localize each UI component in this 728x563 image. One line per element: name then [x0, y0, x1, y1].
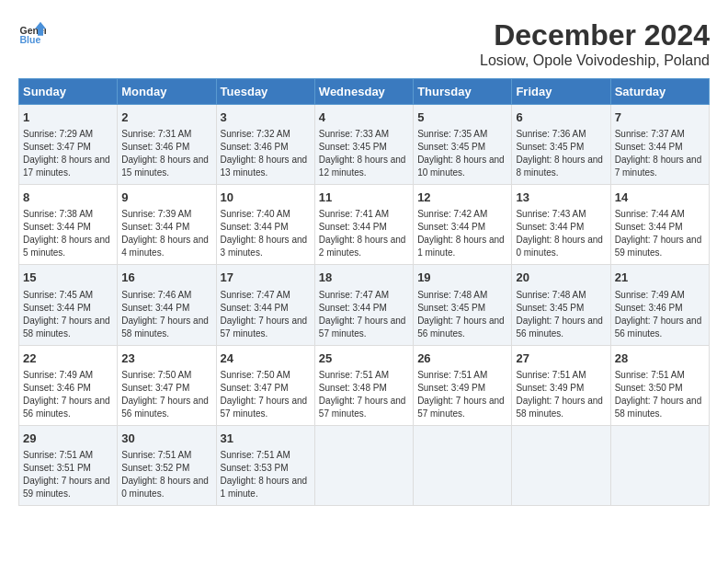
calendar-cell: 28Sunrise: 7:51 AMSunset: 3:50 PMDayligh…: [610, 345, 709, 425]
day-number: 31: [221, 431, 311, 447]
day-number: 15: [23, 270, 113, 286]
calendar-cell: 6Sunrise: 7:36 AMSunset: 3:45 PMDaylight…: [512, 105, 610, 185]
day-number: 5: [417, 109, 507, 126]
calendar-cell: 2Sunrise: 7:31 AMSunset: 3:46 PMDaylight…: [118, 105, 216, 185]
calendar-cell: 26Sunrise: 7:51 AMSunset: 3:49 PMDayligh…: [414, 345, 512, 425]
calendar-cell: 9Sunrise: 7:39 AMSunset: 3:44 PMDaylight…: [118, 185, 216, 265]
calendar-cell: 7Sunrise: 7:37 AMSunset: 3:44 PMDaylight…: [610, 105, 709, 185]
svg-text:Blue: Blue: [20, 34, 41, 45]
calendar-cell: 31Sunrise: 7:51 AMSunset: 3:53 PMDayligh…: [216, 425, 314, 505]
day-number: 4: [319, 109, 409, 126]
calendar-cell: 20Sunrise: 7:48 AMSunset: 3:45 PMDayligh…: [512, 265, 610, 345]
calendar-cell: 3Sunrise: 7:32 AMSunset: 3:46 PMDaylight…: [216, 105, 314, 185]
day-number: 8: [23, 190, 113, 206]
calendar-cell: 27Sunrise: 7:51 AMSunset: 3:49 PMDayligh…: [512, 345, 610, 425]
calendar-cell: 14Sunrise: 7:44 AMSunset: 3:44 PMDayligh…: [610, 185, 709, 265]
main-title: December 2024: [480, 18, 710, 52]
calendar-cell: 22Sunrise: 7:49 AMSunset: 3:46 PMDayligh…: [19, 345, 118, 425]
day-number: 23: [121, 350, 211, 367]
column-header-saturday: Saturday: [610, 79, 709, 105]
day-number: 30: [121, 431, 211, 447]
day-number: 14: [615, 190, 705, 206]
calendar-cell: 18Sunrise: 7:47 AMSunset: 3:44 PMDayligh…: [314, 265, 413, 345]
column-header-wednesday: Wednesday: [314, 79, 413, 105]
logo: General Blue: [18, 18, 46, 46]
calendar-cell: [414, 425, 512, 505]
calendar-cell: 17Sunrise: 7:47 AMSunset: 3:44 PMDayligh…: [216, 265, 314, 345]
day-number: 18: [319, 270, 409, 286]
day-number: 27: [516, 350, 606, 367]
calendar-cell: 15Sunrise: 7:45 AMSunset: 3:44 PMDayligh…: [19, 265, 118, 345]
calendar-cell: 13Sunrise: 7:43 AMSunset: 3:44 PMDayligh…: [512, 185, 610, 265]
day-number: 3: [221, 109, 311, 126]
calendar-cell: 23Sunrise: 7:50 AMSunset: 3:47 PMDayligh…: [118, 345, 216, 425]
day-number: 20: [516, 270, 606, 286]
calendar-cell: [314, 425, 413, 505]
day-number: 10: [221, 190, 311, 206]
calendar-cell: 11Sunrise: 7:41 AMSunset: 3:44 PMDayligh…: [314, 185, 413, 265]
calendar-cell: 16Sunrise: 7:46 AMSunset: 3:44 PMDayligh…: [118, 265, 216, 345]
column-header-thursday: Thursday: [414, 79, 512, 105]
calendar-cell: 10Sunrise: 7:40 AMSunset: 3:44 PMDayligh…: [216, 185, 314, 265]
day-number: 17: [221, 270, 311, 286]
calendar-table: SundayMondayTuesdayWednesdayThursdayFrid…: [18, 78, 710, 506]
day-number: 6: [516, 109, 606, 126]
title-area: December 2024 Losiow, Opole Voivodeship,…: [480, 18, 710, 69]
day-number: 1: [23, 109, 113, 126]
day-number: 16: [121, 270, 211, 286]
calendar-week-row: 1Sunrise: 7:29 AMSunset: 3:47 PMDaylight…: [19, 105, 710, 185]
day-number: 25: [319, 350, 409, 367]
calendar-week-row: 15Sunrise: 7:45 AMSunset: 3:44 PMDayligh…: [19, 265, 710, 345]
day-number: 22: [23, 350, 113, 367]
day-number: 24: [221, 350, 311, 367]
day-number: 7: [615, 109, 705, 126]
calendar-body: 1Sunrise: 7:29 AMSunset: 3:47 PMDaylight…: [19, 105, 710, 506]
day-number: 21: [615, 270, 705, 286]
calendar-week-row: 29Sunrise: 7:51 AMSunset: 3:51 PMDayligh…: [19, 425, 710, 505]
day-number: 19: [417, 270, 507, 286]
calendar-cell: 4Sunrise: 7:33 AMSunset: 3:45 PMDaylight…: [314, 105, 413, 185]
logo-icon: General Blue: [18, 18, 46, 46]
calendar-week-row: 8Sunrise: 7:38 AMSunset: 3:44 PMDaylight…: [19, 185, 710, 265]
day-number: 28: [615, 350, 705, 367]
calendar-cell: 24Sunrise: 7:50 AMSunset: 3:47 PMDayligh…: [216, 345, 314, 425]
calendar-cell: [512, 425, 610, 505]
day-number: 26: [417, 350, 507, 367]
calendar-cell: 29Sunrise: 7:51 AMSunset: 3:51 PMDayligh…: [19, 425, 118, 505]
column-header-monday: Monday: [118, 79, 216, 105]
day-number: 12: [417, 190, 507, 206]
calendar-cell: 5Sunrise: 7:35 AMSunset: 3:45 PMDaylight…: [414, 105, 512, 185]
calendar-cell: 1Sunrise: 7:29 AMSunset: 3:47 PMDaylight…: [19, 105, 118, 185]
column-header-tuesday: Tuesday: [216, 79, 314, 105]
calendar-cell: 30Sunrise: 7:51 AMSunset: 3:52 PMDayligh…: [118, 425, 216, 505]
header: General Blue December 2024 Losiow, Opole…: [18, 18, 710, 69]
day-number: 9: [121, 190, 211, 206]
calendar-cell: 8Sunrise: 7:38 AMSunset: 3:44 PMDaylight…: [19, 185, 118, 265]
calendar-cell: 19Sunrise: 7:48 AMSunset: 3:45 PMDayligh…: [414, 265, 512, 345]
subtitle: Losiow, Opole Voivodeship, Poland: [480, 52, 710, 69]
calendar-header-row: SundayMondayTuesdayWednesdayThursdayFrid…: [19, 79, 710, 105]
calendar-cell: [610, 425, 709, 505]
day-number: 29: [23, 431, 113, 447]
column-header-sunday: Sunday: [19, 79, 118, 105]
calendar-cell: 12Sunrise: 7:42 AMSunset: 3:44 PMDayligh…: [414, 185, 512, 265]
day-number: 2: [121, 109, 211, 126]
calendar-week-row: 22Sunrise: 7:49 AMSunset: 3:46 PMDayligh…: [19, 345, 710, 425]
day-number: 11: [319, 190, 409, 206]
day-number: 13: [516, 190, 606, 206]
calendar-cell: 25Sunrise: 7:51 AMSunset: 3:48 PMDayligh…: [314, 345, 413, 425]
calendar-cell: 21Sunrise: 7:49 AMSunset: 3:46 PMDayligh…: [610, 265, 709, 345]
column-header-friday: Friday: [512, 79, 610, 105]
